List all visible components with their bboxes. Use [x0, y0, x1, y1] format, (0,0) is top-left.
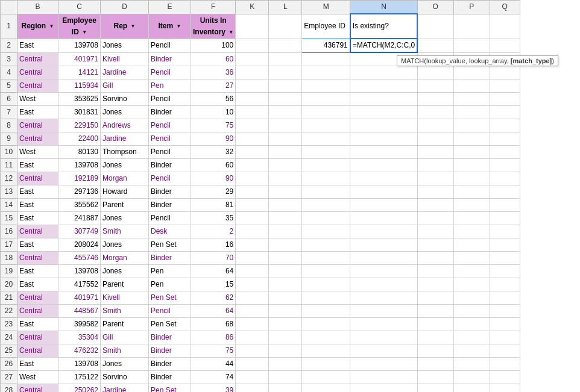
is-existing-header-cell[interactable]: Is existing?	[350, 14, 417, 39]
empid-cell[interactable]: 192189	[58, 172, 101, 185]
item-cell[interactable]: Pen	[149, 79, 191, 92]
item-filter-icon[interactable]: ▼	[177, 20, 181, 32]
empid-cell[interactable]: 80130	[58, 145, 101, 158]
rep-cell[interactable]: Jones	[101, 264, 149, 278]
rep-cell[interactable]: Smith	[101, 304, 149, 317]
item-cell[interactable]: Pencil	[149, 211, 191, 225]
item-cell[interactable]: Pencil	[149, 132, 191, 145]
empid-cell[interactable]: 175122	[58, 370, 101, 384]
empid-cell[interactable]: 355562	[58, 198, 101, 211]
col-k-header[interactable]: K	[236, 1, 269, 14]
units-cell[interactable]: 10	[191, 105, 236, 119]
empid-filter-icon[interactable]: ▼	[82, 26, 87, 38]
rep-cell[interactable]: Morgan	[101, 172, 149, 185]
item-cell[interactable]: Binder	[149, 370, 191, 384]
region-cell[interactable]: Central	[17, 225, 58, 238]
region-cell[interactable]: East	[17, 185, 58, 198]
region-cell[interactable]: East	[17, 264, 58, 278]
rep-cell[interactable]: Parent	[101, 317, 149, 331]
rep-filter-icon[interactable]: ▼	[131, 20, 136, 32]
units-cell[interactable]: 2	[191, 225, 236, 238]
region-cell[interactable]: West	[17, 92, 58, 105]
empid-cell[interactable]: 241887	[58, 211, 101, 225]
empid-cell[interactable]: 417552	[58, 278, 101, 291]
empid-cell[interactable]: 229150	[58, 119, 101, 132]
region-cell[interactable]: Central	[17, 384, 58, 392]
empid-cell[interactable]: 139708	[58, 158, 101, 172]
rep-cell[interactable]: Jardine	[101, 384, 149, 392]
units-cell[interactable]: 16	[191, 238, 236, 251]
units-cell[interactable]: 64	[191, 264, 236, 278]
rep-cell[interactable]: Jardine	[101, 132, 149, 145]
units-cell[interactable]: 29	[191, 185, 236, 198]
empid-cell[interactable]: 455746	[58, 251, 101, 264]
region-cell[interactable]: West	[17, 145, 58, 158]
empid-cell[interactable]: 139708	[58, 39, 101, 52]
rep-cell[interactable]: Jones	[101, 357, 149, 370]
region-cell[interactable]: Central	[17, 251, 58, 264]
units-cell[interactable]: 15	[191, 278, 236, 291]
empid-cell[interactable]: 139708	[58, 357, 101, 370]
region-cell[interactable]: Central	[17, 79, 58, 92]
item-cell[interactable]: Pencil	[149, 39, 191, 52]
units-cell[interactable]: 36	[191, 66, 236, 79]
col-d-header[interactable]: D	[101, 1, 149, 14]
empid-cell[interactable]: 297136	[58, 185, 101, 198]
item-cell[interactable]: Binder	[149, 105, 191, 119]
units-cell[interactable]: 90	[191, 172, 236, 185]
region-cell[interactable]: East	[17, 105, 58, 119]
col-e-header[interactable]: E	[149, 1, 191, 14]
region-cell[interactable]: East	[17, 278, 58, 291]
col-f-header[interactable]: F	[191, 1, 236, 14]
rep-cell[interactable]: Thompson	[101, 145, 149, 158]
item-cell[interactable]: Pencil	[149, 172, 191, 185]
units-cell[interactable]: 70	[191, 251, 236, 264]
rep-cell[interactable]: Parent	[101, 278, 149, 291]
rep-cell[interactable]: Kivell	[101, 291, 149, 304]
empid-cell[interactable]: 401971	[58, 291, 101, 304]
units-cell[interactable]: 44	[191, 357, 236, 370]
units-cell[interactable]: 60	[191, 158, 236, 172]
n2-formula-cell[interactable]: =MATCH(M2,C:C,0	[350, 39, 417, 52]
empid-cell[interactable]: 301831	[58, 105, 101, 119]
item-cell[interactable]: Pencil	[149, 145, 191, 158]
empid-cell[interactable]: 115934	[58, 79, 101, 92]
rep-cell[interactable]: Gill	[101, 79, 149, 92]
units-cell[interactable]: 39	[191, 384, 236, 392]
units-cell[interactable]: 68	[191, 317, 236, 331]
item-cell[interactable]: Binder	[149, 52, 191, 66]
region-cell[interactable]: Central	[17, 344, 58, 357]
empid-cell[interactable]: 139708	[58, 264, 101, 278]
item-cell[interactable]: Pen Set	[149, 238, 191, 251]
item-cell[interactable]: Pen	[149, 264, 191, 278]
rep-header[interactable]: Rep ▼	[101, 14, 149, 39]
item-cell[interactable]: Binder	[149, 251, 191, 264]
units-cell[interactable]: 81	[191, 198, 236, 211]
region-cell[interactable]: East	[17, 357, 58, 370]
col-o-header[interactable]: O	[417, 1, 453, 14]
col-p-header[interactable]: P	[453, 1, 490, 14]
col-q-header[interactable]: Q	[490, 1, 520, 14]
col-n-header[interactable]: N	[350, 1, 417, 14]
item-cell[interactable]: Pen Set	[149, 384, 191, 392]
rep-cell[interactable]: Smith	[101, 344, 149, 357]
region-cell[interactable]: Central	[17, 119, 58, 132]
empid-cell[interactable]: 22400	[58, 132, 101, 145]
units-cell[interactable]: 27	[191, 79, 236, 92]
col-c-header[interactable]: C	[58, 1, 101, 14]
empid-cell[interactable]: 448567	[58, 304, 101, 317]
region-cell[interactable]: East	[17, 238, 58, 251]
region-filter-icon[interactable]: ▼	[49, 20, 54, 32]
empid-header[interactable]: EmployeeID ▼	[58, 14, 101, 39]
empid-cell[interactable]: 353625	[58, 92, 101, 105]
empid-cell[interactable]: 250262	[58, 384, 101, 392]
rep-cell[interactable]: Parent	[101, 198, 149, 211]
item-cell[interactable]: Pencil	[149, 304, 191, 317]
m2-cell[interactable]: 436791	[302, 39, 350, 52]
rep-cell[interactable]: Jardine	[101, 66, 149, 79]
units-cell[interactable]: 74	[191, 370, 236, 384]
units-cell[interactable]: 56	[191, 92, 236, 105]
empid-cell[interactable]: 307749	[58, 225, 101, 238]
units-header[interactable]: Units InInventory ▼	[191, 14, 236, 39]
units-cell[interactable]: 62	[191, 291, 236, 304]
